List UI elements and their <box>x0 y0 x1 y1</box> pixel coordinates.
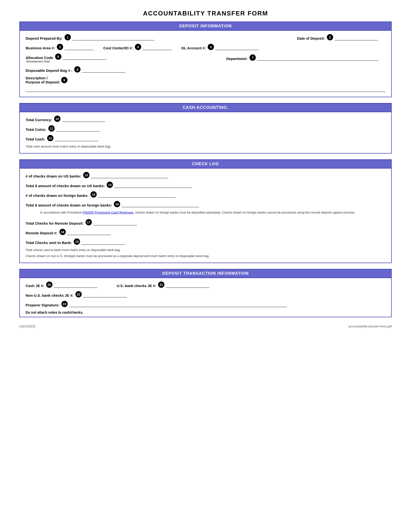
preparer-sig-label: Preparer Signature: <box>26 303 59 307</box>
total-foreign-checks-input[interactable] <box>121 202 199 207</box>
allocation-code-input[interactable] <box>63 54 106 60</box>
field-num-6: 6 <box>55 53 61 60</box>
cash-row-1: Total Currency: 10 <box>26 116 385 122</box>
field-num-20: 20 <box>46 282 52 288</box>
check-row-5: Total Checks for Remote Deposit: 17 <box>26 219 385 225</box>
num-foreign-checks-input[interactable] <box>98 192 176 198</box>
field-num-15: 15 <box>90 191 97 198</box>
cash-je-input[interactable] <box>54 283 97 288</box>
business-area-label: Business Area #: <box>26 46 55 50</box>
deposit-header: DEPOSIT INFORMATION <box>20 22 391 31</box>
allocation-group: Allocation Code 6 (Development Only): <box>26 53 114 63</box>
field-num-12: 12 <box>47 135 53 141</box>
department-label: Department: <box>226 57 248 61</box>
deposit-row-1: Deposit Prepared By: 1 Date of Deposit: … <box>26 34 385 40</box>
check-row-3: # of checks drawn on foreign banks: 15 <box>26 191 385 198</box>
field-num-3: 3 <box>57 44 63 50</box>
description-input[interactable] <box>26 86 385 92</box>
num-us-checks-label: # of checks drawn on US banks: <box>26 174 81 178</box>
cash-row-2: Total Coins: 11 <box>26 125 385 132</box>
field-num-19: 19 <box>74 238 80 245</box>
footer-date: (10/3/2023) <box>19 324 36 328</box>
foreign-checks-note: In accordance with Procedure FN2005 Proc… <box>40 211 385 214</box>
footer-note: Do not attach notes to cash/checks. <box>26 311 385 314</box>
description-label: Description / Purpose of Deposit: <box>26 76 60 84</box>
sent-bank-note-2: Checks drawn on non-U.S. (foreign) banks… <box>26 254 385 258</box>
deposit-section: DEPOSIT INFORMATION Deposit Prepared By:… <box>19 21 392 97</box>
field-num-5: 5 <box>208 44 214 50</box>
check-row-7: Total Checks sent to Bank: 19 <box>26 238 385 245</box>
cash-section: CASH ACCOUNTING: Total Currency: 10 Tota… <box>19 103 392 153</box>
sent-bank-note-1: Total checks sent to bank must match ent… <box>26 248 385 252</box>
fn2005-link[interactable]: FN2005 Processing Cash Revenues <box>83 211 133 214</box>
cost-center-input[interactable] <box>143 45 172 50</box>
total-coins-label: Total Coins: <box>26 127 47 132</box>
field-num-9: 9 <box>61 77 67 83</box>
cash-note: Total cash amount must match entry on di… <box>26 145 385 148</box>
gl-account-input[interactable] <box>215 45 259 50</box>
total-foreign-checks-label: Total $ amount of checks drawn on foreig… <box>26 203 112 207</box>
field-num-18: 18 <box>59 229 66 235</box>
cash-je-label: Cash JE #: <box>26 284 44 288</box>
department-input[interactable] <box>257 55 378 61</box>
total-currency-input[interactable] <box>62 116 105 122</box>
disposable-bag-input[interactable] <box>82 67 125 73</box>
field-num-10: 10 <box>54 116 60 122</box>
total-us-checks-label: Total $ amount of checks drawn on US ban… <box>26 184 105 188</box>
date-of-deposit-label: Date of Deposit: <box>297 36 325 40</box>
transaction-row-3: Preparer Signature: 23 <box>26 301 385 307</box>
field-num-17: 17 <box>86 219 92 225</box>
transaction-row-2: Non-U.S. bank checks JE #: 22 <box>26 291 385 297</box>
total-remote-label: Total Checks for Remote Deposit: <box>26 221 84 225</box>
field-num-16: 16 <box>114 201 120 207</box>
us-bank-je-label: U.S. bank checks JE #: <box>117 284 156 288</box>
field-num-1: 1 <box>65 34 71 40</box>
field-num-11: 11 <box>48 125 55 132</box>
field-num-8: 8 <box>74 66 81 73</box>
total-sent-bank-label: Total Checks sent to Bank: <box>26 241 72 245</box>
field-num-22: 22 <box>75 291 82 297</box>
total-sent-bank-input[interactable] <box>82 239 125 245</box>
disposable-bag-label: Disposable Deposit Bag # : <box>26 68 72 73</box>
field-num-2: 2 <box>327 34 333 40</box>
deposit-row-2: Business Area #: 3 Cost Center/IO #: 4 G… <box>26 44 385 50</box>
cost-center-label: Cost Center/IO #: <box>103 46 133 50</box>
num-foreign-checks-label: # of checks drawn on foreign banks: <box>26 193 88 198</box>
non-us-je-input[interactable] <box>83 292 127 297</box>
footer: (10/3/2023) accountability-transfer-form… <box>19 324 392 328</box>
field-num-7: 7 <box>250 54 256 61</box>
total-cash-label: Total Cash: <box>26 137 45 141</box>
us-bank-je-input[interactable] <box>166 283 209 288</box>
num-us-checks-input[interactable] <box>91 173 168 178</box>
transaction-row-1: Cash JE #: 20 U.S. bank checks JE #: 21 <box>26 282 385 288</box>
transaction-section: DEPOSIT TRANSACTION INFORMATION Cash JE … <box>19 269 392 317</box>
allocation-code-label: Allocation Code <box>26 56 53 60</box>
deposit-row-4: Disposable Deposit Bag # : 8 <box>26 66 385 73</box>
field-num-23: 23 <box>61 301 68 307</box>
check-row-2: Total $ amount of checks drawn on US ban… <box>26 182 385 188</box>
field-num-14: 14 <box>107 182 113 188</box>
non-us-je-label: Non-U.S. bank checks JE #: <box>26 293 74 297</box>
remote-deposit-input[interactable] <box>67 230 111 235</box>
description-group: Description / Purpose of Deposit: 9 <box>26 76 385 92</box>
date-of-deposit-input[interactable] <box>335 35 378 40</box>
check-row-6: Remote Deposit #: 18 <box>26 229 385 235</box>
check-log-section: CHECK LOG # of checks drawn on US banks:… <box>19 159 392 263</box>
total-cash-input[interactable] <box>55 136 98 141</box>
cash-row-3: Total Cash: 12 <box>26 135 385 141</box>
deposit-prepared-by-label: Deposit Prepared By: <box>26 36 63 40</box>
cash-header: CASH ACCOUNTING: <box>20 104 391 112</box>
field-num-13: 13 <box>83 172 89 178</box>
total-coins-input[interactable] <box>56 126 100 132</box>
preparer-sig-input[interactable] <box>69 302 287 307</box>
total-us-checks-input[interactable] <box>114 183 192 188</box>
check-row-4: Total $ amount of checks drawn on foreig… <box>26 201 385 207</box>
transaction-header: DEPOSIT TRANSACTION INFORMATION <box>20 269 391 278</box>
page-title: ACCOUNTABILITY TRANSFER FORM <box>19 10 392 17</box>
total-remote-input[interactable] <box>93 220 137 225</box>
footer-filename: accountability-transfer-form.pdf <box>348 324 392 328</box>
gl-account-label: GL Account #: <box>181 46 206 50</box>
deposit-prepared-by-input[interactable] <box>72 35 154 40</box>
check-log-header: CHECK LOG <box>20 160 391 169</box>
business-area-input[interactable] <box>65 45 93 50</box>
